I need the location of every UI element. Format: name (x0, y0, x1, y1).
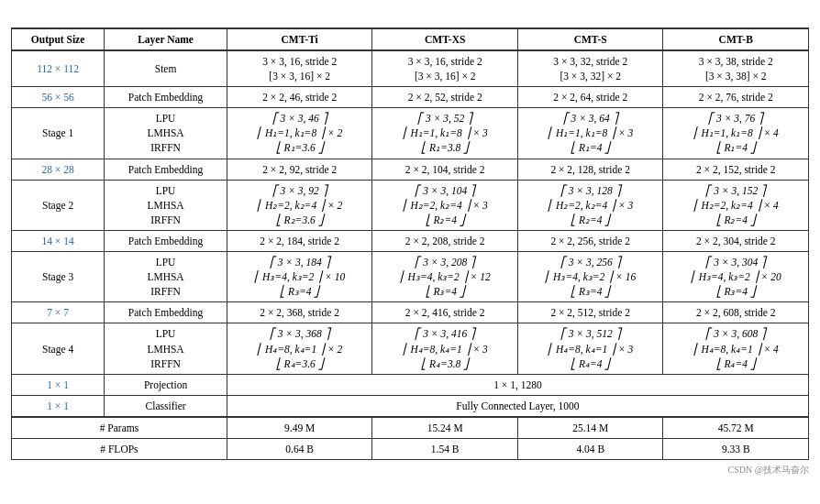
s-s3: ⎡ 3 × 3, 256 ⎤ ⎢ H₃=4, k₃=2 ⎥ × 16 ⎣ R₃=… (517, 252, 663, 302)
ti-s4: ⎡ 3 × 3, 368 ⎤ ⎢ H₄=8, k₄=1 ⎥ × 2 ⎣ R₄=3… (227, 323, 372, 374)
b-s1: ⎡ 3 × 3, 76 ⎤ ⎢ H₁=1, k₁=8 ⎥ × 4 ⎣ R₁=4 … (663, 108, 809, 159)
ti-pe2: 2 × 2, 92, stride 2 (227, 159, 372, 180)
b-s2: ⎡ 3 × 3, 152 ⎤ ⎢ H₂=2, k₂=4 ⎥ × 4 ⎣ R₂=4… (663, 180, 809, 230)
output-size-s2: Stage 2 (12, 180, 105, 230)
table-row: Stage 3 LPULMHSAIRFFN ⎡ 3 × 3, 184 ⎤ ⎢ H… (12, 252, 809, 302)
cls-value: Fully Connected Layer, 1000 (227, 395, 808, 417)
output-size-cls: 1 × 1 (12, 395, 105, 417)
header-cmt-s: CMT-S (517, 28, 663, 50)
b-s4: ⎡ 3 × 3, 608 ⎤ ⎢ H₄=8, k₄=1 ⎥ × 4 ⎣ R₄=4… (663, 323, 809, 374)
layer-cls: Classifier (105, 395, 227, 417)
table-row: 7 × 7 Patch Embedding 2 × 2, 368, stride… (12, 302, 809, 323)
s-pe1: 2 × 2, 64, stride 2 (517, 87, 663, 108)
proj-value: 1 × 1, 1280 (227, 374, 808, 395)
xs-s1: ⎡ 3 × 3, 52 ⎤ ⎢ H₁=1, k₁=8 ⎥ × 3 ⎣ R₁=3.… (372, 108, 518, 159)
layer-s2: LPULMHSAIRFFN (105, 180, 227, 230)
s-s1: ⎡ 3 × 3, 64 ⎤ ⎢ H₁=1, k₁=8 ⎥ × 3 ⎣ R₁=4 … (517, 108, 663, 159)
header-cmt-ti: CMT-Ti (227, 28, 372, 50)
s-pe2: 2 × 2, 128, stride 2 (517, 159, 663, 180)
b-s3: ⎡ 3 × 3, 304 ⎤ ⎢ H₃=4, k₃=2 ⎥ × 20 ⎣ R₃=… (663, 252, 809, 302)
s-params: 25.14 M (517, 417, 663, 439)
ti-params: 9.49 M (227, 417, 372, 439)
xs-s3: ⎡ 3 × 3, 208 ⎤ ⎢ H₃=4, k₃=2 ⎥ × 12 ⎣ R₃=… (372, 252, 518, 302)
footer-note: CSDN @技术马奋尔 (11, 464, 809, 477)
layer-pe3: Patch Embedding (105, 230, 227, 251)
layer-s3: LPULMHSAIRFFN (105, 252, 227, 302)
header-cmt-xs: CMT-XS (372, 28, 518, 50)
xs-params: 15.24 M (372, 417, 518, 439)
output-size-pe3: 14 × 14 (12, 230, 105, 251)
ti-stem: 3 × 3, 16, stride 2[3 × 3, 16] × 2 (227, 50, 372, 87)
table-row: Stage 2 LPULMHSAIRFFN ⎡ 3 × 3, 92 ⎤ ⎢ H₂… (12, 180, 809, 230)
ti-s1: ⎡ 3 × 3, 46 ⎤ ⎢ H₁=1, k₁=8 ⎥ × 2 ⎣ R₁=3.… (227, 108, 372, 159)
layer-pe1: Patch Embedding (105, 87, 227, 108)
table-row: 1 × 1 Classifier Fully Connected Layer, … (12, 395, 809, 417)
layer-stem: Stem (105, 50, 227, 87)
ti-pe4: 2 × 2, 368, stride 2 (227, 302, 372, 323)
output-size-s3: Stage 3 (12, 252, 105, 302)
architecture-table: Output Size Layer Name CMT-Ti CMT-XS CMT… (11, 27, 809, 460)
output-size-proj: 1 × 1 (12, 374, 105, 395)
xs-s2: ⎡ 3 × 3, 104 ⎤ ⎢ H₂=2, k₂=4 ⎥ × 3 ⎣ R₂=4… (372, 180, 518, 230)
xs-flops: 1.54 B (372, 438, 518, 459)
params-row: # Params 9.49 M 15.24 M 25.14 M 45.72 M (12, 417, 809, 439)
output-size-pe4: 7 × 7 (12, 302, 105, 323)
table-row: 28 × 28 Patch Embedding 2 × 2, 92, strid… (12, 159, 809, 180)
b-pe1: 2 × 2, 76, stride 2 (663, 87, 809, 108)
table-row: 56 × 56 Patch Embedding 2 × 2, 46, strid… (12, 87, 809, 108)
xs-pe3: 2 × 2, 208, stride 2 (372, 230, 518, 251)
b-pe4: 2 × 2, 608, stride 2 (663, 302, 809, 323)
output-size-stem: 112 × 112 (12, 50, 105, 87)
b-params: 45.72 M (663, 417, 809, 439)
xs-pe1: 2 × 2, 52, stride 2 (372, 87, 518, 108)
flops-label: # FLOPs (12, 438, 227, 459)
output-size-s4: Stage 4 (12, 323, 105, 374)
header-cmt-b: CMT-B (663, 28, 809, 50)
s-flops: 4.04 B (517, 438, 663, 459)
output-size-s1: Stage 1 (12, 108, 105, 159)
table-container: Output Size Layer Name CMT-Ti CMT-XS CMT… (11, 27, 809, 477)
xs-pe4: 2 × 2, 416, stride 2 (372, 302, 518, 323)
b-pe3: 2 × 2, 304, stride 2 (663, 230, 809, 251)
table-row: Stage 4 LPULMHSAIRFFN ⎡ 3 × 3, 368 ⎤ ⎢ H… (12, 323, 809, 374)
s-s4: ⎡ 3 × 3, 512 ⎤ ⎢ H₄=8, k₄=1 ⎥ × 3 ⎣ R₄=4… (517, 323, 663, 374)
table-row: 14 × 14 Patch Embedding 2 × 2, 184, stri… (12, 230, 809, 251)
layer-s4: LPULMHSAIRFFN (105, 323, 227, 374)
header-layer-name: Layer Name (105, 28, 227, 50)
ti-flops: 0.64 B (227, 438, 372, 459)
xs-stem: 3 × 3, 16, stride 2[3 × 3, 16] × 2 (372, 50, 518, 87)
xs-pe2: 2 × 2, 104, stride 2 (372, 159, 518, 180)
table-row: 1 × 1 Projection 1 × 1, 1280 (12, 374, 809, 395)
output-size-pe1: 56 × 56 (12, 87, 105, 108)
table-row: Stage 1 LPULMHSAIRFFN ⎡ 3 × 3, 46 ⎤ ⎢ H₁… (12, 108, 809, 159)
s-stem: 3 × 3, 32, stride 2[3 × 3, 32] × 2 (517, 50, 663, 87)
layer-s1: LPULMHSAIRFFN (105, 108, 227, 159)
ti-pe1: 2 × 2, 46, stride 2 (227, 87, 372, 108)
table-row: 112 × 112 Stem 3 × 3, 16, stride 2[3 × 3… (12, 50, 809, 87)
layer-pe4: Patch Embedding (105, 302, 227, 323)
layer-proj: Projection (105, 374, 227, 395)
params-label: # Params (12, 417, 227, 439)
b-stem: 3 × 3, 38, stride 2[3 × 3, 38] × 2 (663, 50, 809, 87)
xs-s4: ⎡ 3 × 3, 416 ⎤ ⎢ H₄=8, k₄=1 ⎥ × 3 ⎣ R₄=3… (372, 323, 518, 374)
s-s2: ⎡ 3 × 3, 128 ⎤ ⎢ H₂=2, k₂=4 ⎥ × 3 ⎣ R₂=4… (517, 180, 663, 230)
s-pe4: 2 × 2, 512, stride 2 (517, 302, 663, 323)
b-pe2: 2 × 2, 152, stride 2 (663, 159, 809, 180)
header-output-size: Output Size (12, 28, 105, 50)
ti-pe3: 2 × 2, 184, stride 2 (227, 230, 372, 251)
layer-pe2: Patch Embedding (105, 159, 227, 180)
b-flops: 9.33 B (663, 438, 809, 459)
ti-s3: ⎡ 3 × 3, 184 ⎤ ⎢ H₃=4, k₃=2 ⎥ × 10 ⎣ R₃=… (227, 252, 372, 302)
output-size-pe2: 28 × 28 (12, 159, 105, 180)
flops-row: # FLOPs 0.64 B 1.54 B 4.04 B 9.33 B (12, 438, 809, 459)
s-pe3: 2 × 2, 256, stride 2 (517, 230, 663, 251)
ti-s2: ⎡ 3 × 3, 92 ⎤ ⎢ H₂=2, k₂=4 ⎥ × 2 ⎣ R₂=3.… (227, 180, 372, 230)
